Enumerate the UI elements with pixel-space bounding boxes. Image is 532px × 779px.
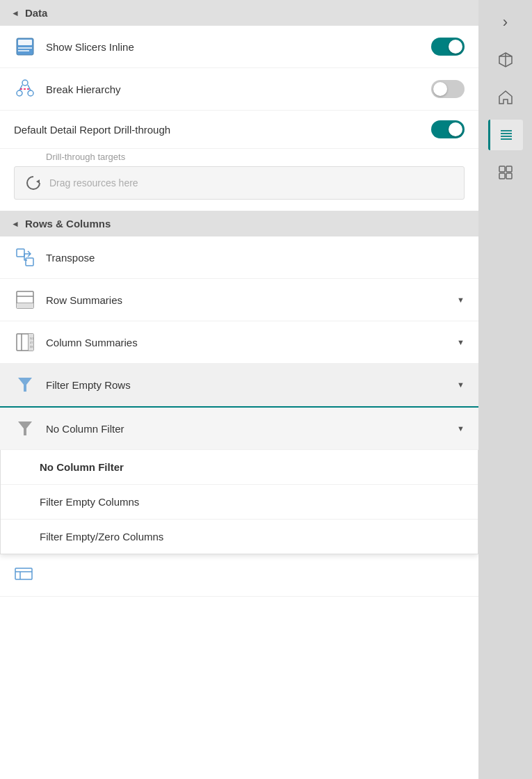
drill-through-section: Drill-through targets Drag resources her… bbox=[0, 149, 478, 211]
rows-cols-chevron-icon: ◄ bbox=[11, 219, 19, 229]
filter-empty-rows-icon bbox=[14, 374, 36, 396]
partial-row-icon bbox=[14, 564, 36, 586]
svg-text:47: 47 bbox=[30, 341, 33, 344]
no-column-filter-dropdown-arrow: ▼ bbox=[457, 424, 465, 433]
rows-cols-section-header[interactable]: ◄ Rows & Columns bbox=[0, 211, 478, 236]
sidebar-home-button[interactable] bbox=[488, 82, 523, 113]
transpose-label: Transpose bbox=[46, 252, 465, 264]
svg-point-4 bbox=[22, 80, 28, 86]
dropdown-option-no-filter[interactable]: No Column Filter bbox=[1, 450, 478, 485]
show-slicers-toggle[interactable] bbox=[431, 38, 465, 56]
dropdown-option-filter-empty[interactable]: Filter Empty Columns bbox=[1, 485, 478, 520]
partial-row bbox=[0, 554, 478, 597]
filter-empty-rows-label: Filter Empty Rows bbox=[46, 379, 447, 391]
dropdown-option-filter-empty-zero-label: Filter Empty/Zero Columns bbox=[40, 531, 163, 543]
sidebar-cube-button[interactable] bbox=[488, 45, 523, 75]
filter-empty-rows-dropdown-arrow: ▼ bbox=[457, 380, 465, 389]
svg-rect-38 bbox=[506, 173, 512, 179]
drill-drop-area[interactable]: Drag resources here bbox=[14, 166, 465, 200]
svg-marker-10 bbox=[36, 179, 40, 184]
drill-through-toggle[interactable] bbox=[431, 120, 465, 138]
svg-rect-35 bbox=[499, 166, 505, 172]
column-filter-dropdown: No Column Filter Filter Empty Columns Fi… bbox=[0, 450, 478, 554]
column-summaries-label: Column Summaries bbox=[46, 337, 447, 348]
sidebar-chevron-right-button[interactable]: › bbox=[488, 7, 523, 38]
data-section-title: Data bbox=[25, 7, 48, 19]
drill-targets-label: Drill-through targets bbox=[14, 152, 465, 162]
column-summaries-dropdown-arrow: ▼ bbox=[457, 338, 465, 346]
break-hierarchy-toggle[interactable] bbox=[431, 80, 465, 98]
column-summaries-icon: N1 47 08 bbox=[14, 331, 36, 353]
sidebar-grid-button[interactable] bbox=[488, 157, 523, 188]
svg-rect-16 bbox=[17, 303, 33, 308]
svg-rect-1 bbox=[18, 40, 32, 45]
dropdown-option-filter-empty-zero[interactable]: Filter Empty/Zero Columns bbox=[1, 520, 478, 554]
data-chevron-icon: ◄ bbox=[11, 8, 19, 18]
filter-empty-rows-row[interactable]: Filter Empty Rows ▼ bbox=[0, 364, 478, 406]
row-summaries-icon bbox=[14, 289, 36, 311]
show-slicers-label: Show Slicers Inline bbox=[46, 41, 421, 53]
svg-text:N1: N1 bbox=[30, 337, 34, 340]
no-column-filter-label: No Column Filter bbox=[46, 423, 447, 435]
row-summaries-row[interactable]: Row Summaries ▼ bbox=[0, 279, 478, 321]
svg-rect-12 bbox=[26, 258, 33, 266]
row-summaries-dropdown-arrow: ▼ bbox=[457, 296, 465, 304]
column-summaries-row[interactable]: N1 47 08 Column Summaries ▼ bbox=[0, 321, 478, 364]
svg-line-8 bbox=[28, 85, 31, 90]
svg-rect-26 bbox=[15, 568, 32, 579]
no-column-filter-icon bbox=[14, 417, 36, 440]
show-slicers-row: Show Slicers Inline bbox=[0, 26, 478, 68]
break-hierarchy-row: Break Hierarchy bbox=[0, 68, 478, 111]
no-column-filter-row[interactable]: No Column Filter ▼ bbox=[0, 406, 478, 450]
rows-cols-section-title: Rows & Columns bbox=[25, 218, 111, 230]
transpose-row: Transpose bbox=[0, 236, 478, 279]
svg-marker-24 bbox=[18, 378, 32, 392]
right-sidebar: › bbox=[478, 0, 532, 779]
break-hierarchy-icon bbox=[14, 78, 36, 100]
svg-marker-25 bbox=[18, 421, 32, 435]
data-section-header[interactable]: ◄ Data bbox=[0, 0, 478, 26]
row-summaries-label: Row Summaries bbox=[46, 294, 447, 306]
break-hierarchy-label: Break Hierarchy bbox=[46, 83, 421, 95]
show-slicers-icon bbox=[14, 35, 36, 58]
dropdown-option-no-filter-label: No Column Filter bbox=[40, 461, 124, 473]
drill-drag-icon bbox=[24, 174, 42, 192]
svg-point-5 bbox=[17, 90, 22, 96]
svg-rect-36 bbox=[506, 166, 512, 172]
svg-text:08: 08 bbox=[30, 345, 33, 348]
svg-point-6 bbox=[28, 90, 33, 96]
sidebar-list-button[interactable] bbox=[488, 120, 523, 150]
drill-drop-placeholder: Drag resources here bbox=[49, 177, 138, 188]
dropdown-option-filter-empty-label: Filter Empty Columns bbox=[40, 496, 139, 508]
svg-rect-11 bbox=[17, 249, 24, 257]
drill-through-label: Default Detail Report Drill-through bbox=[14, 124, 421, 136]
transpose-icon bbox=[14, 246, 36, 268]
svg-rect-37 bbox=[499, 173, 505, 179]
svg-line-7 bbox=[19, 85, 22, 90]
drill-through-row: Default Detail Report Drill-through bbox=[0, 111, 478, 149]
